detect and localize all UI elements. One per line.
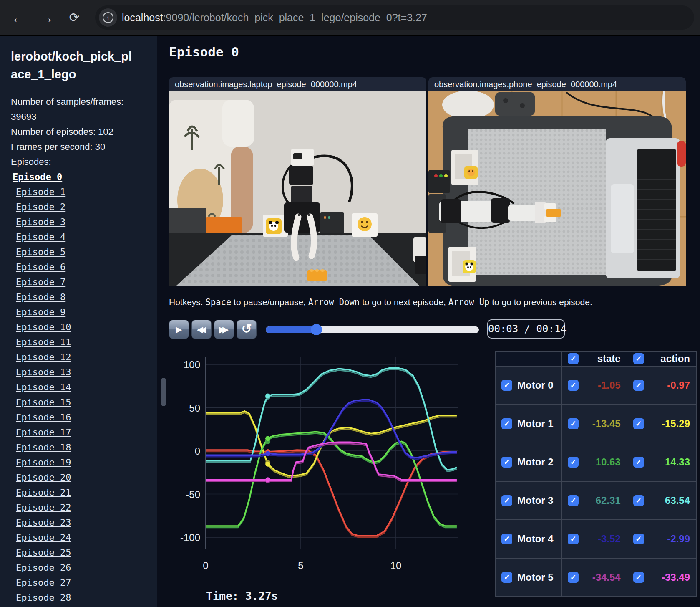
- sidebar-episode-link[interactable]: Episode 9: [16, 305, 71, 320]
- checkbox-checked[interactable]: ✓: [568, 572, 579, 583]
- dataset-title: lerobot/koch_pick_place_1_lego: [11, 48, 136, 83]
- scrollbar-thumb[interactable]: [161, 378, 166, 406]
- storage-box-bottom: [448, 247, 476, 282]
- back-icon[interactable]: ←: [8, 8, 28, 28]
- checkbox-checked[interactable]: ✓: [501, 534, 512, 544]
- sidebar-episode-link[interactable]: Episode 10: [16, 320, 71, 335]
- sidebar-episode-link[interactable]: Episode 14: [16, 380, 71, 395]
- fast-forward-button[interactable]: ▶▶: [214, 320, 234, 339]
- checkbox-checked[interactable]: ✓: [501, 418, 512, 429]
- ytick-label: 50: [189, 402, 200, 414]
- sidebar-episode-link[interactable]: Episode 1: [16, 185, 71, 200]
- checkbox-checked[interactable]: ✓: [568, 418, 579, 429]
- address-bar[interactable]: i localhost:9090/lerobot/koch_pick_place…: [95, 5, 694, 30]
- sidebar-episode-link[interactable]: Episode 24: [16, 530, 71, 545]
- cursor-marker-action: [265, 477, 270, 482]
- sidebar-episode-link[interactable]: Episode 25: [16, 545, 71, 560]
- xtick-label: 0: [203, 560, 208, 571]
- loop-button[interactable]: ↺: [237, 320, 257, 339]
- sidebar-episode-link[interactable]: Episode 12: [16, 350, 71, 365]
- checkbox-checked[interactable]: ✓: [501, 572, 512, 583]
- checkbox-checked[interactable]: ✓: [633, 457, 644, 468]
- checkbox-checked[interactable]: ✓: [568, 380, 579, 391]
- sidebar-episode-link[interactable]: Episode 2: [16, 200, 71, 215]
- checkbox-checked[interactable]: ✓: [568, 353, 579, 364]
- rewind-button[interactable]: ◀◀: [191, 320, 212, 339]
- state-cell: ✓62.31: [562, 481, 627, 520]
- table-row: ✓Motor 2✓10.63✓14.33: [495, 443, 696, 481]
- motor-label-cell: ✓Motor 3: [495, 481, 562, 520]
- seek-slider-thumb[interactable]: [311, 324, 322, 335]
- site-info-icon[interactable]: i: [99, 8, 117, 27]
- ytick-label: 100: [184, 359, 200, 370]
- sidebar-episode-link[interactable]: Episode 3: [16, 215, 71, 230]
- state-cell: ✓-34.54: [562, 558, 627, 597]
- url-text: localhost:9090/lerobot/koch_pick_place_1…: [122, 5, 427, 30]
- video-title-laptop: observation.images.laptop_episode_000000…: [169, 77, 426, 91]
- checkbox-checked[interactable]: ✓: [633, 572, 644, 583]
- checkbox-checked[interactable]: ✓: [568, 457, 579, 468]
- ytick-label: -50: [186, 489, 200, 500]
- chart-time-label: Time: 3.27s: [206, 590, 278, 602]
- play-button[interactable]: ▶: [169, 320, 189, 339]
- action-value: -15.29: [662, 418, 690, 430]
- state-value: 62.31: [596, 495, 621, 506]
- motor-label-cell: ✓Motor 1: [495, 405, 562, 443]
- checkbox-checked[interactable]: ✓: [633, 353, 644, 364]
- sidebar-episode-link[interactable]: Episode 8: [16, 290, 71, 305]
- video-panel-phone: observation.images.phone_episode_000000.…: [428, 77, 686, 286]
- video-phone[interactable]: [428, 91, 686, 286]
- checkbox-checked[interactable]: ✓: [633, 534, 644, 544]
- sidebar-episode-link[interactable]: Episode 0: [13, 169, 71, 185]
- action-cell: ✓-15.29: [627, 405, 696, 443]
- table-row: ✓Motor 1✓-13.45✓-15.29: [495, 405, 696, 443]
- sidebar-episode-link[interactable]: Episode 13: [16, 365, 71, 380]
- checkbox-checked[interactable]: ✓: [568, 534, 579, 544]
- sidebar-episode-link[interactable]: Episode 4: [16, 230, 71, 245]
- sidebar-episode-link[interactable]: Episode 21: [16, 485, 71, 500]
- meta-samples: Number of samples/frames: 39693: [11, 94, 137, 124]
- reload-icon[interactable]: ⟳: [64, 8, 84, 28]
- sidebar-episode-link[interactable]: Episode 7: [16, 275, 71, 290]
- checkbox-checked[interactable]: ✓: [633, 495, 644, 506]
- sidebar-episode-link[interactable]: Episode 6: [16, 260, 71, 275]
- sidebar-episode-link[interactable]: Episode 26: [16, 560, 71, 575]
- electronics-shelf: [169, 208, 206, 237]
- seek-slider[interactable]: [266, 326, 479, 333]
- meta-episodes-label: Episodes:: [11, 154, 137, 169]
- laptop: [606, 138, 680, 278]
- sidebar-episode-link[interactable]: Episode 16: [16, 410, 71, 425]
- checkbox-checked[interactable]: ✓: [633, 418, 644, 429]
- sidebar-episode-link[interactable]: Episode 23: [16, 515, 71, 530]
- dataset-meta: Number of samples/frames: 39693 Number o…: [11, 94, 137, 169]
- sidebar-episode-link[interactable]: Episode 28: [16, 590, 71, 605]
- action-value: -0.97: [667, 379, 690, 391]
- checkbox-checked[interactable]: ✓: [568, 495, 579, 506]
- url-host: localhost: [122, 12, 163, 23]
- video-laptop[interactable]: [169, 91, 426, 286]
- state-value: -1.05: [598, 379, 621, 391]
- sidebar-episode-link[interactable]: Episode 11: [16, 335, 71, 350]
- forward-icon[interactable]: →: [37, 8, 57, 28]
- sidebar-episode-link[interactable]: Episode 17: [16, 425, 71, 440]
- checkbox-checked[interactable]: ✓: [501, 457, 512, 468]
- laptop-trackpad: [611, 184, 634, 253]
- sidebar-episode-link[interactable]: Episode 22: [16, 500, 71, 515]
- action-value: 63.54: [665, 495, 690, 506]
- checkbox-checked[interactable]: ✓: [501, 380, 512, 391]
- cursor-marker-action: [265, 462, 270, 467]
- storage-box-top: [451, 150, 478, 185]
- table-row: ✓Motor 3✓62.31✓63.54: [495, 481, 696, 520]
- sidebar-episode-link[interactable]: Episode 27: [16, 575, 71, 590]
- sidebar-episode-link[interactable]: Episode 20: [16, 470, 71, 485]
- sidebar-episode-link[interactable]: Episode 15: [16, 395, 71, 410]
- sidebar-episode-link[interactable]: Episode 18: [16, 440, 71, 455]
- checkbox-checked[interactable]: ✓: [633, 380, 644, 391]
- motor-label: Motor 4: [517, 533, 554, 545]
- sidebar-episode-link[interactable]: Episode 5: [16, 245, 71, 260]
- checkbox-checked[interactable]: ✓: [501, 495, 512, 506]
- lego-brick-held: [546, 209, 561, 217]
- sidebar-episode-link[interactable]: Episode 19: [16, 455, 71, 470]
- hotkey-key: Space: [206, 297, 232, 307]
- action-value: -2.99: [667, 533, 690, 545]
